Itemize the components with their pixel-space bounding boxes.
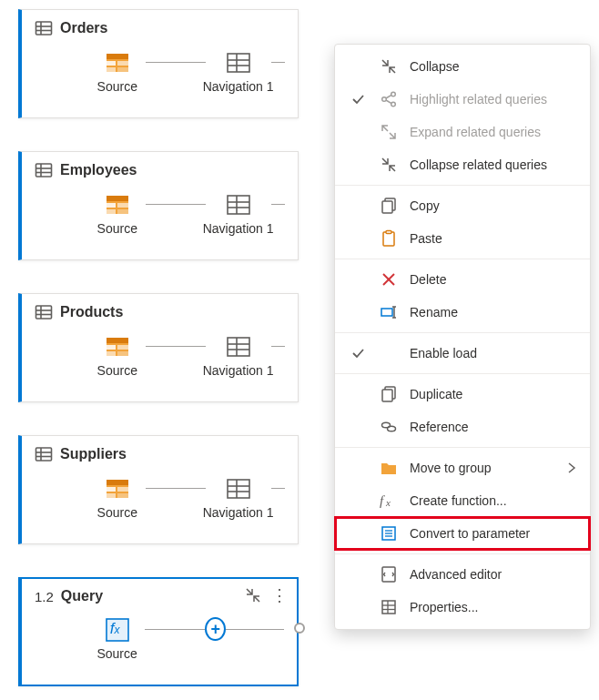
connector	[271, 204, 285, 205]
menu-label: Paste	[410, 231, 442, 246]
menu-convert-to-parameter[interactable]: Convert to parameter	[335, 517, 590, 550]
menu-create-function[interactable]: Create function...	[335, 484, 590, 517]
menu-highlight-related[interactable]: Highlight related queries	[335, 83, 590, 116]
menu-label: Collapse	[410, 59, 459, 74]
duplicate-icon	[379, 385, 399, 403]
menu-separator	[335, 259, 590, 259]
collapse-icon	[379, 57, 399, 76]
menu-label: Collapse related queries	[410, 157, 547, 172]
card-title: Products	[60, 304, 123, 320]
step-source[interactable]: Source	[89, 192, 146, 236]
menu-label: Duplicate	[410, 387, 462, 401]
step-navigation-1[interactable]: Navigation 1	[206, 476, 271, 520]
connector	[271, 62, 285, 63]
parameter-icon	[379, 524, 399, 543]
table-icon	[35, 303, 53, 321]
query-card-products[interactable]: Products Source Navigation 1	[18, 293, 299, 402]
menu-move-to-group[interactable]: Move to group	[335, 451, 590, 484]
delete-icon	[379, 270, 399, 289]
menu-label: Copy	[410, 198, 440, 213]
card-prefix: 1.2	[35, 589, 54, 604]
connector	[146, 62, 206, 63]
collapse-icon[interactable]	[244, 586, 262, 604]
menu-label: Convert to parameter	[410, 526, 530, 541]
context-menu: Collapse Highlight related queries Expan…	[334, 44, 591, 630]
table-icon	[35, 161, 53, 179]
step-navigation-1[interactable]: Navigation 1	[206, 334, 271, 378]
menu-advanced-editor[interactable]: Advanced editor	[335, 558, 590, 591]
step-source[interactable]: Source	[89, 476, 146, 520]
step-navigation-1[interactable]: Navigation 1	[206, 50, 271, 94]
menu-separator	[335, 447, 590, 448]
more-icon[interactable]: ⋮	[271, 589, 288, 602]
connector	[146, 204, 206, 205]
card-title: Orders	[60, 20, 107, 36]
menu-label: Move to group	[410, 461, 492, 475]
step-source[interactable]: fx Source	[89, 617, 145, 661]
query-card-suppliers[interactable]: Suppliers Source Navigation 1	[18, 435, 299, 544]
folder-icon	[379, 459, 399, 477]
menu-label: Reference	[410, 420, 469, 434]
menu-label: Create function...	[410, 493, 507, 508]
editor-icon	[379, 565, 399, 583]
connector	[271, 488, 285, 489]
reference-icon	[379, 418, 399, 436]
menu-copy[interactable]: Copy	[335, 189, 590, 222]
menu-rename[interactable]: Rename	[335, 296, 590, 329]
collapse-icon	[379, 156, 399, 174]
query-card-query[interactable]: 1.2 Query ⋮ fx Source +	[18, 577, 299, 686]
output-node[interactable]	[294, 623, 305, 634]
query-card-orders[interactable]: Orders Source Navigation 1	[18, 9, 299, 118]
paste-icon	[379, 229, 399, 248]
menu-label: Delete	[410, 272, 446, 287]
add-step-button[interactable]: +	[205, 617, 226, 641]
step-navigation-1[interactable]: Navigation 1	[206, 192, 271, 236]
menu-label: Rename	[410, 305, 458, 320]
menu-separator	[335, 332, 590, 333]
menu-expand-related[interactable]: Expand related queries	[335, 116, 590, 148]
table-icon	[35, 445, 53, 463]
menu-enable-load[interactable]: Enable load	[335, 337, 590, 370]
step-source[interactable]: Source	[89, 50, 146, 94]
rename-icon	[379, 303, 399, 321]
copy-icon	[379, 197, 399, 215]
connector	[145, 629, 205, 630]
expand-icon	[379, 123, 399, 141]
connector	[271, 346, 285, 347]
menu-label: Highlight related queries	[410, 92, 547, 107]
menu-collapse[interactable]: Collapse	[335, 50, 590, 83]
menu-label: Expand related queries	[410, 125, 541, 139]
connector	[226, 629, 284, 630]
check-icon	[348, 92, 368, 107]
menu-separator	[335, 185, 590, 186]
card-title: Query	[61, 588, 103, 604]
menu-label: Advanced editor	[410, 567, 502, 582]
menu-duplicate[interactable]: Duplicate	[335, 378, 590, 411]
menu-reference[interactable]: Reference	[335, 411, 590, 443]
menu-delete[interactable]: Delete	[335, 263, 590, 296]
menu-collapse-related[interactable]: Collapse related queries	[335, 148, 590, 181]
table-icon	[35, 19, 53, 37]
fx-icon	[379, 492, 399, 510]
card-title: Suppliers	[60, 446, 127, 462]
menu-properties[interactable]: Properties...	[335, 591, 590, 624]
card-title: Employees	[60, 162, 137, 178]
connector	[146, 346, 206, 347]
query-card-employees[interactable]: Employees Source Navigation 1	[18, 151, 299, 260]
connector	[146, 488, 206, 489]
menu-separator	[335, 373, 590, 374]
menu-label: Properties...	[410, 600, 478, 614]
properties-icon	[379, 598, 399, 616]
chevron-right-icon	[566, 462, 577, 473]
check-icon	[348, 346, 368, 360]
menu-separator	[335, 553, 590, 554]
step-source[interactable]: Source	[89, 334, 146, 378]
menu-label: Enable load	[410, 346, 477, 360]
share-icon	[379, 90, 399, 108]
menu-paste[interactable]: Paste	[335, 222, 590, 255]
